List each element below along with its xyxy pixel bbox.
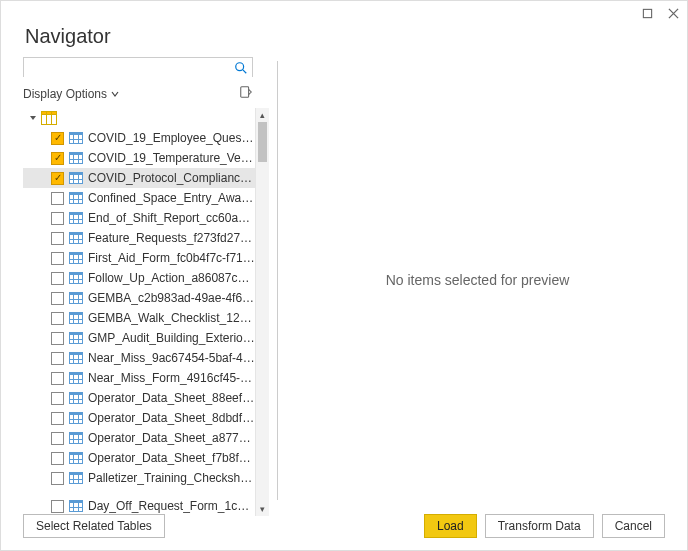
tree-item-label: GEMBA_Walk_Checklist_122157f3-441... — [88, 311, 255, 325]
tree-item[interactable]: GEMBA_c2b983ad-49ae-4f60-a9c3-40... — [23, 288, 255, 308]
checkbox[interactable] — [51, 212, 64, 225]
tree-item-label: Day_Off_Request_Form_1c20962e-bc6... — [88, 499, 255, 513]
display-options-label: Display Options — [23, 87, 107, 101]
pane-divider — [277, 61, 278, 500]
tree-item[interactable]: End_of_Shift_Report_cc60ac6b-cee0-4... — [23, 208, 255, 228]
database-icon — [41, 111, 57, 125]
search-icon[interactable] — [234, 61, 248, 79]
checkbox[interactable] — [51, 232, 64, 245]
tree-item[interactable]: Operator_Data_Sheet_88eefd36-9b25-... — [23, 388, 255, 408]
window-restore-icon[interactable] — [641, 7, 653, 19]
tree-item[interactable]: Palletizer_Training_Checksheet_2f5437... — [23, 468, 255, 488]
scroll-up-icon[interactable]: ▴ — [256, 108, 269, 122]
table-icon — [69, 272, 83, 284]
table-icon — [69, 152, 83, 164]
chevron-down-icon — [111, 90, 119, 98]
tree-root[interactable] — [23, 108, 255, 128]
tree-item[interactable]: COVID_Protocol_Compliance_Audit_3d... — [23, 168, 255, 188]
tree-item[interactable]: Feature_Requests_f273fd27-05a9-40d1... — [23, 228, 255, 248]
checkbox[interactable] — [51, 412, 64, 425]
svg-rect-2 — [241, 87, 249, 98]
tree-item-label: Palletizer_Training_Checksheet_2f5437... — [88, 471, 255, 485]
table-icon — [69, 352, 83, 364]
tree-item[interactable]: Operator_Data_Sheet_a877a027-7141-... — [23, 428, 255, 448]
scrollbar[interactable]: ▴ ▾ — [255, 108, 269, 516]
table-icon — [69, 172, 83, 184]
svg-point-1 — [236, 63, 244, 71]
tree-item[interactable]: GEMBA_Walk_Checklist_122157f3-441... — [23, 308, 255, 328]
table-icon — [69, 432, 83, 444]
tree-item[interactable]: Near_Miss_9ac67454-5baf-4e52-b810-... — [23, 348, 255, 368]
tree-item-label: GEMBA_c2b983ad-49ae-4f60-a9c3-40... — [88, 291, 255, 305]
checkbox[interactable] — [51, 372, 64, 385]
cancel-button[interactable]: Cancel — [602, 514, 665, 538]
checkbox[interactable] — [51, 172, 64, 185]
tree-item[interactable]: COVID_19_Temperature_Verification_3... — [23, 148, 255, 168]
table-icon — [69, 332, 83, 344]
refresh-icon[interactable] — [239, 85, 253, 102]
tree-item[interactable]: COVID_19_Employee_Questionnaire_1... — [23, 128, 255, 148]
search-input[interactable] — [24, 59, 252, 77]
tree-item-label: Operator_Data_Sheet_a877a027-7141-... — [88, 431, 255, 445]
checkbox[interactable] — [51, 500, 64, 513]
table-icon — [69, 392, 83, 404]
tree-item-label: COVID_Protocol_Compliance_Audit_3d... — [88, 171, 255, 185]
tree-item[interactable]: Operator_Data_Sheet_8dbdfd74-af72-... — [23, 408, 255, 428]
table-icon — [69, 212, 83, 224]
tree-item-label: First_Aid_Form_fc0b4f7c-f71e-4c69-95... — [88, 251, 255, 265]
table-icon — [69, 452, 83, 464]
tree-item[interactable]: Follow_Up_Action_a86087cb-f6f6-4b1... — [23, 268, 255, 288]
tree-item-label: Operator_Data_Sheet_88eefd36-9b25-... — [88, 391, 255, 405]
checkbox[interactable] — [51, 452, 64, 465]
page-title: Navigator — [25, 25, 111, 48]
load-button[interactable]: Load — [424, 514, 477, 538]
window-close-icon[interactable] — [667, 7, 679, 19]
tree-item[interactable]: Operator_Data_Sheet_f7b8f966-5c0a-4... — [23, 448, 255, 468]
tree-item-label: Confined_Space_Entry_Awareness_d16... — [88, 191, 255, 205]
tree-item-label: Operator_Data_Sheet_f7b8f966-5c0a-4... — [88, 451, 255, 465]
tree-item[interactable]: First_Aid_Form_fc0b4f7c-f71e-4c69-95... — [23, 248, 255, 268]
checkbox[interactable] — [51, 472, 64, 485]
tree-item[interactable]: GMP_Audit_Building_Exterior_0ec72e6... — [23, 328, 255, 348]
select-related-tables-button[interactable]: Select Related Tables — [23, 514, 165, 538]
search-input-wrap[interactable] — [23, 57, 253, 77]
navigator-tree: COVID_19_Employee_Questionnaire_1...COVI… — [23, 108, 255, 516]
tree-item[interactable]: Near_Miss_Form_4916cf45-8b63-44b0... — [23, 368, 255, 388]
table-icon — [69, 312, 83, 324]
tree-item-label: Near_Miss_9ac67454-5baf-4e52-b810-... — [88, 351, 255, 365]
tree-item[interactable]: Confined_Space_Entry_Awareness_d16... — [23, 188, 255, 208]
svg-rect-0 — [643, 9, 651, 17]
checkbox[interactable] — [51, 332, 64, 345]
table-icon — [69, 232, 83, 244]
table-icon — [69, 500, 83, 512]
tree-item-label: COVID_19_Temperature_Verification_3... — [88, 151, 255, 165]
display-options-dropdown[interactable]: Display Options — [23, 87, 119, 101]
tree-item-label: End_of_Shift_Report_cc60ac6b-cee0-4... — [88, 211, 255, 225]
tree-item-label: GMP_Audit_Building_Exterior_0ec72e6... — [88, 331, 255, 345]
checkbox[interactable] — [51, 192, 64, 205]
table-icon — [69, 472, 83, 484]
checkbox[interactable] — [51, 432, 64, 445]
checkbox[interactable] — [51, 352, 64, 365]
checkbox[interactable] — [51, 292, 64, 305]
preview-empty-message: No items selected for preview — [386, 272, 570, 288]
checkbox[interactable] — [51, 272, 64, 285]
svg-rect-4 — [42, 112, 57, 115]
table-icon — [69, 132, 83, 144]
checkbox[interactable] — [51, 132, 64, 145]
table-icon — [69, 252, 83, 264]
checkbox[interactable] — [51, 392, 64, 405]
tree-item[interactable]: Day_Off_Request_Form_1c20962e-bc6... — [23, 496, 255, 516]
table-icon — [69, 412, 83, 424]
tree-item-label: Follow_Up_Action_a86087cb-f6f6-4b1... — [88, 271, 255, 285]
scroll-thumb[interactable] — [258, 122, 267, 162]
chevron-down-icon — [29, 114, 37, 122]
checkbox[interactable] — [51, 252, 64, 265]
tree-item-label: COVID_19_Employee_Questionnaire_1... — [88, 131, 255, 145]
tree-item-label: Operator_Data_Sheet_8dbdfd74-af72-... — [88, 411, 255, 425]
checkbox[interactable] — [51, 312, 64, 325]
transform-data-button[interactable]: Transform Data — [485, 514, 594, 538]
table-icon — [69, 372, 83, 384]
checkbox[interactable] — [51, 152, 64, 165]
table-icon — [69, 292, 83, 304]
